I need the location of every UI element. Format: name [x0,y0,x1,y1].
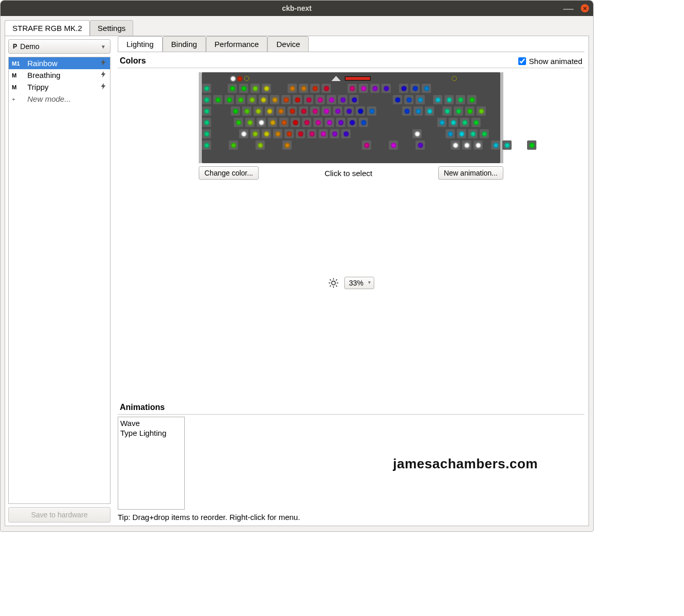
key[interactable] [296,129,305,138]
key[interactable] [231,106,240,116]
key[interactable] [491,140,500,150]
key[interactable] [327,95,336,104]
key[interactable] [442,106,452,116]
close-button[interactable]: ✕ [581,4,589,12]
key[interactable] [229,140,238,150]
key[interactable] [322,106,331,116]
key[interactable] [291,118,300,127]
key[interactable] [265,106,274,116]
key[interactable] [480,129,489,138]
key[interactable] [454,106,463,116]
key[interactable] [402,106,411,116]
key[interactable] [202,84,211,93]
key[interactable] [367,106,376,116]
key[interactable] [236,95,245,104]
key[interactable] [330,129,339,138]
minimize-button[interactable]: — [563,6,574,11]
key[interactable] [299,106,308,116]
show-animated-input[interactable] [518,57,526,65]
key[interactable] [471,118,481,127]
key[interactable] [341,129,351,138]
key[interactable] [325,118,334,127]
key[interactable] [234,118,243,127]
device-tab-0[interactable]: STRAFE RGB MK.2 [5,20,90,36]
key[interactable] [347,84,357,93]
key[interactable] [456,95,465,104]
section-tab-binding[interactable]: Binding [163,36,206,52]
key[interactable] [404,95,413,104]
key[interactable] [202,106,211,116]
key[interactable] [410,84,420,93]
key[interactable] [310,84,320,93]
show-animated-checkbox[interactable]: Show animated [518,57,582,66]
key[interactable] [247,95,257,104]
key[interactable] [270,95,279,104]
key[interactable] [425,106,434,116]
key[interactable] [468,129,478,138]
mode-item-2[interactable]: MTrippy [9,81,110,93]
key[interactable] [344,106,354,116]
mode-item-3[interactable]: +New mode... [9,93,110,105]
key[interactable] [460,118,469,127]
key[interactable] [446,129,455,138]
key[interactable] [304,95,313,104]
new-animation-button[interactable]: New animation... [438,166,503,180]
key[interactable] [465,106,474,116]
change-color-button[interactable]: Change color... [199,166,259,180]
animations-list[interactable]: WaveType Lighting [118,417,185,510]
key[interactable] [433,95,442,104]
key[interactable] [336,118,345,127]
key[interactable] [250,129,260,138]
key[interactable] [370,84,379,93]
key[interactable] [476,106,486,116]
key[interactable] [262,129,271,138]
key[interactable] [273,129,282,138]
key[interactable] [228,84,237,93]
key[interactable] [262,84,271,93]
key[interactable] [284,129,294,138]
key[interactable] [245,118,254,127]
key[interactable] [416,95,425,104]
key[interactable] [451,140,460,150]
key[interactable] [449,118,458,127]
key[interactable] [282,140,292,150]
key[interactable] [356,106,365,116]
key[interactable] [310,106,320,116]
key[interactable] [315,95,325,104]
key[interactable] [457,129,466,138]
keyboard-preview[interactable] [199,72,503,163]
section-tab-device[interactable]: Device [267,36,309,52]
key[interactable] [473,140,483,150]
key[interactable] [307,129,316,138]
mode-list[interactable]: M1RainbowMBreathingMTrippy+New mode... [8,57,110,504]
key[interactable] [242,106,251,116]
key[interactable] [313,118,323,127]
key[interactable] [276,106,285,116]
key[interactable] [362,140,371,150]
key[interactable] [293,95,302,104]
key[interactable] [359,118,368,127]
key[interactable] [299,84,308,93]
mode-item-1[interactable]: MBreathing [9,69,110,81]
key[interactable] [202,118,211,127]
mode-item-0[interactable]: M1Rainbow [9,57,110,69]
key[interactable] [462,140,471,150]
key[interactable] [225,95,234,104]
key[interactable] [288,84,297,93]
key[interactable] [444,95,454,104]
key[interactable] [413,106,423,116]
key[interactable] [338,95,347,104]
key[interactable] [422,84,431,93]
key[interactable] [416,140,425,150]
key[interactable] [268,118,277,127]
key[interactable] [302,118,311,127]
key[interactable] [256,140,265,150]
key[interactable] [389,140,398,150]
key[interactable] [257,118,266,127]
key[interactable] [381,84,391,93]
profile-dropdown[interactable]: P Demo ▼ [8,39,110,54]
key[interactable] [319,129,328,138]
key[interactable] [347,118,357,127]
section-tab-lighting[interactable]: Lighting [118,36,163,52]
device-tab-1[interactable]: Settings [90,20,133,36]
